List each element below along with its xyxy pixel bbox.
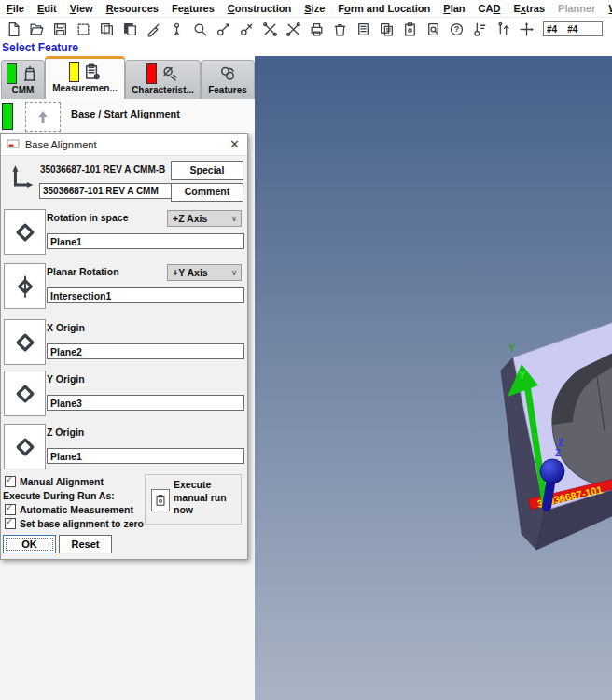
y-origin-input[interactable] — [47, 395, 244, 411]
tab-characterist[interactable]: Characterist... — [125, 60, 201, 99]
ok-button[interactable]: OK — [3, 535, 56, 553]
toolbar-button-open-folder[interactable] — [25, 19, 49, 39]
toolbar-button-temp-probe[interactable] — [468, 19, 492, 39]
menu-item-form-and-location[interactable]: Form and Location — [331, 2, 437, 15]
toolbar-button-doc-audit[interactable] — [422, 19, 445, 39]
reset-button[interactable]: Reset — [59, 535, 112, 553]
checkbox-icon[interactable]: ✓ — [5, 476, 16, 487]
toolbar-button-select-marquee[interactable] — [72, 19, 95, 39]
tab-label: Measuremen... — [46, 83, 124, 93]
probe-change-icon — [216, 21, 231, 37]
tab-label: Features — [202, 85, 254, 95]
brush-icon — [146, 21, 161, 37]
set-base-alignment-to-zero-checkbox[interactable]: ✓Set base alignment to zero — [5, 518, 144, 529]
printer-icon — [309, 21, 325, 37]
checkbox-label: Set base alignment to zero — [20, 518, 144, 529]
checkbox-label: Automatic Measurement — [20, 504, 133, 515]
comment-button[interactable]: Comment — [171, 183, 243, 202]
base-start-alignment-label: Base / Start Alignment — [71, 108, 180, 119]
toolbar-button-trash[interactable] — [328, 19, 352, 39]
planar-rotation-axis-dropdown[interactable]: +Y Axis∨ — [167, 264, 242, 281]
toolbar-button-save[interactable] — [49, 19, 72, 39]
part-name-input[interactable] — [39, 183, 174, 199]
checkbox-label: Manual Alignment — [20, 476, 104, 487]
probe-number-field[interactable] — [543, 21, 603, 36]
manual-alignment-checkbox[interactable]: ✓Manual Alignment — [5, 476, 104, 487]
status-row: Select Feature — [0, 40, 612, 56]
automatic-measurement-checkbox[interactable]: ✓Automatic Measurement — [5, 504, 133, 515]
qualify-stylus-icon — [169, 21, 185, 37]
menu-item-size[interactable]: Size — [298, 2, 331, 15]
toolbar-button-copy[interactable] — [95, 19, 118, 39]
dialog-titlebar[interactable]: Base Alignment ✕ — [1, 134, 247, 156]
execute-manual-run-button[interactable]: Execute manual run now — [145, 474, 242, 525]
x-origin-input[interactable] — [47, 343, 244, 359]
rotation-in-space-axis-dropdown[interactable]: +Z Axis∨ — [167, 210, 242, 227]
up-arrow-icon — [25, 102, 61, 132]
menu-item-file[interactable]: File — [0, 2, 31, 15]
toolbar-button-tool-cross2[interactable] — [282, 19, 305, 39]
toolbar-button-axis-tool[interactable] — [515, 19, 538, 39]
tab-features[interactable]: Features — [201, 60, 255, 99]
toolbar-button-search[interactable] — [188, 19, 212, 39]
new-document-icon — [6, 21, 21, 37]
menu-item-edit[interactable]: Edit — [31, 2, 63, 15]
dialog-title: Base Alignment — [25, 139, 96, 150]
y-axis-label-outer: Y — [508, 343, 516, 354]
menu-item-extras[interactable]: Extras — [507, 2, 551, 15]
z-axis-label: Z — [555, 448, 561, 458]
menu-item-planner[interactable]: Planner — [551, 2, 602, 15]
calypso-window: FileEditViewResourcesFeaturesConstructio… — [0, 0, 612, 700]
diamond-icon — [13, 330, 37, 355]
z-origin-feature-icon — [4, 424, 46, 469]
menu-item-view[interactable]: View — [63, 2, 100, 15]
tab-measuremen[interactable]: Measuremen... — [45, 56, 125, 99]
toolbar-button-new-document[interactable] — [2, 19, 25, 39]
toolbar-button-tool-cross[interactable] — [258, 19, 282, 39]
checkbox-label: Execute During Run As: — [3, 490, 115, 501]
toolbar-button-report-copy[interactable] — [375, 19, 398, 39]
plan-panel: CMMMeasuremen...Characterist...Features … — [0, 56, 255, 700]
toolbar-button-paste[interactable] — [118, 19, 142, 39]
checkbox-icon[interactable]: ✓ — [5, 504, 16, 515]
toolbar-button-report-list[interactable] — [352, 19, 375, 39]
select-marquee-icon — [76, 21, 91, 37]
tab-label: Characterist... — [126, 85, 200, 95]
tool-cross2-icon — [285, 21, 301, 37]
special-button[interactable]: Special — [171, 161, 243, 180]
menu-item-cad[interactable]: CAD — [472, 2, 508, 15]
menu-item-features[interactable]: Features — [165, 2, 221, 15]
z-axis-label-outer: Z — [558, 438, 563, 448]
planar-rotation-input[interactable] — [47, 287, 244, 303]
diamond-icon — [13, 382, 37, 406]
rotation-in-space-input[interactable] — [47, 233, 244, 249]
toolbar-button-probe-edit[interactable] — [235, 19, 258, 39]
tab-status-chip — [69, 62, 79, 82]
toolbar-button-probe-change[interactable] — [212, 19, 235, 39]
copy-icon — [99, 21, 115, 37]
menu-item-plan[interactable]: Plan — [437, 2, 471, 15]
menu-item-window[interactable]: Window — [602, 2, 612, 15]
planar-rotation-feature-icon — [4, 263, 46, 309]
execute-during-run-as-label: Execute During Run As: — [3, 490, 115, 501]
dialog-icon — [7, 139, 20, 150]
menu-item-resources[interactable]: Resources — [100, 2, 165, 15]
toolbar-button-help[interactable]: ? — [445, 19, 468, 39]
paste-icon — [122, 21, 138, 37]
tab-cmm[interactable]: CMM — [1, 60, 45, 99]
menu-item-construction[interactable]: Construction — [221, 2, 298, 15]
features-icon — [218, 64, 237, 83]
y-axis-label: Y — [519, 370, 526, 381]
toolbar-button-qualify-stylus[interactable] — [165, 19, 188, 39]
close-icon[interactable]: ✕ — [230, 137, 240, 151]
status-chip — [2, 103, 13, 130]
toolbar-button-run-clipboard[interactable] — [398, 19, 422, 39]
toolbar-button-stylus-up[interactable] — [492, 19, 515, 39]
z-origin-input[interactable] — [47, 448, 244, 464]
base-start-alignment-row[interactable]: Base / Start Alignment — [0, 99, 255, 133]
cad-viewport[interactable]: 35036687-101 Y Y Z Z — [255, 56, 612, 700]
y-origin-feature-icon — [4, 371, 46, 416]
checkbox-icon[interactable]: ✓ — [5, 518, 16, 529]
toolbar-button-printer[interactable] — [305, 19, 328, 39]
toolbar-button-brush[interactable] — [142, 19, 165, 39]
